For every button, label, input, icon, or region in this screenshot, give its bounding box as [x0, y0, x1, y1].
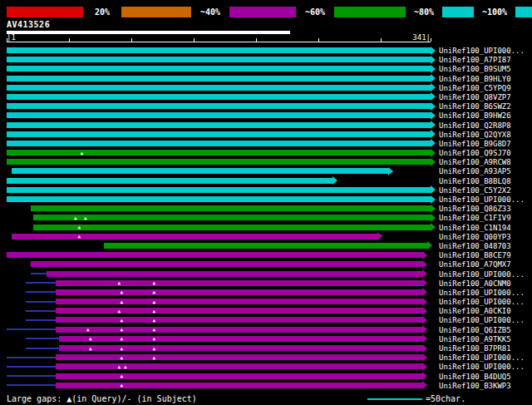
hsp-segment[interactable] — [31, 261, 422, 267]
hit-label[interactable]: UniRef100_A7PI87 — [439, 56, 511, 64]
hit-label[interactable]: UniRef100_UPI000... — [439, 195, 525, 204]
hit-label[interactable]: UniRef100_A9RCW8 — [439, 158, 511, 166]
alignment-track — [7, 250, 436, 259]
arrowhead-icon — [388, 167, 393, 175]
hit-label[interactable]: UniRef100_C5Y2X2 — [439, 186, 511, 195]
alignment-track: ▲▲ — [7, 297, 436, 306]
hit-label[interactable]: UniRef100_B8CE79 — [439, 251, 511, 259]
hsp-segment[interactable] — [7, 112, 431, 118]
hit-label[interactable]: UniRef100_Q2R8P8 — [439, 121, 511, 130]
hsp-segment[interactable] — [7, 159, 431, 165]
hit-label[interactable]: UniRef100_Q8VZP7 — [439, 93, 511, 101]
hsp-segment[interactable] — [56, 299, 422, 304]
hit-label[interactable]: UniRef100_UPI000... — [439, 363, 525, 371]
hit-label[interactable]: UniRef100_B7PR81 — [439, 344, 511, 353]
hsp-segment[interactable] — [59, 336, 422, 342]
hit-label[interactable]: UniRef100_A9TKK5 — [439, 335, 511, 343]
hsp-segment[interactable] — [12, 234, 377, 240]
hsp-segment[interactable] — [7, 85, 431, 91]
arrowhead-icon — [431, 56, 436, 64]
hit-label[interactable]: UniRef100_UPI000... — [439, 289, 525, 297]
hit-label[interactable]: UniRef100_C5YPQ9 — [439, 84, 511, 92]
hit-label[interactable]: UniRef100_A93AP5 — [439, 167, 511, 175]
arrowhead-icon — [422, 279, 427, 287]
hit-label[interactable]: UniRef100_Q00YP3 — [439, 233, 511, 241]
hit-label[interactable]: UniRef100_UPI000... — [439, 298, 525, 306]
alignment-row: UniRef100_B8BLQ8 — [0, 176, 532, 185]
hit-label[interactable]: UniRef100_UPI000... — [439, 270, 525, 279]
hit-label[interactable]: UniRef100_048703 — [439, 242, 511, 250]
ruler-tick — [431, 38, 431, 42]
hsp-segment[interactable] — [56, 363, 422, 369]
gap-marker-icon: ▲ — [84, 215, 87, 221]
hit-label[interactable]: UniRef100_C1FIV9 — [439, 214, 511, 222]
hsp-segment[interactable] — [56, 280, 422, 286]
hit-label[interactable]: UniRef100_C1N194 — [439, 224, 511, 232]
hsp-segment[interactable] — [56, 327, 422, 333]
hsp-segment[interactable] — [7, 94, 431, 100]
gap-marker-icon: ▲ — [89, 345, 92, 352]
hsp-segment[interactable] — [7, 103, 431, 109]
hsp-segment[interactable] — [56, 383, 422, 388]
hit-label[interactable]: UniRef100_B9SUM5 — [439, 65, 511, 73]
alignment-row: ▲▲UniRef100_UPI000... — [0, 297, 532, 306]
hit-label[interactable]: UniRef100_B9G8D7 — [439, 140, 511, 148]
hit-label[interactable]: UniRef100_B8BLQ8 — [439, 177, 511, 185]
hsp-segment[interactable] — [33, 225, 431, 230]
query-ruler: |1 341| — [7, 34, 431, 43]
hit-label[interactable]: UniRef100_B9HW26 — [439, 111, 511, 120]
hsp-segment[interactable] — [56, 317, 422, 323]
alignment-row: UniRef100_B8CE79 — [0, 250, 532, 259]
hit-label[interactable]: UniRef100_UPI000... — [439, 316, 525, 324]
hit-label[interactable]: UniRef100_Q6IZB5 — [439, 326, 511, 334]
hit-label[interactable]: UniRef100_B3KWP3 — [439, 382, 511, 390]
hsp-segment[interactable] — [7, 122, 431, 128]
alignment-track: ▲▲ — [7, 279, 436, 288]
alignment-row: UniRef100_C5Y2X2 — [0, 185, 532, 195]
hit-label[interactable]: UniRef100_B4DUQ5 — [439, 373, 511, 381]
arrowhead-icon — [431, 111, 436, 120]
hsp-segment[interactable] — [56, 373, 422, 379]
gap-marker-icon: ▲ — [153, 354, 156, 361]
hsp-segment[interactable] — [104, 243, 427, 249]
hit-label[interactable]: UniRef100_A0CNM0 — [439, 279, 511, 288]
arrowhead-icon — [377, 232, 382, 240]
hsp-segment[interactable] — [33, 215, 431, 220]
hit-label[interactable]: UniRef100_A7QMX7 — [439, 260, 511, 269]
hsp-segment[interactable] — [56, 354, 422, 360]
hit-label[interactable]: UniRef100_UPI000... — [439, 353, 525, 362]
hsp-segment[interactable] — [7, 76, 431, 81]
hsp-segment[interactable] — [56, 308, 422, 314]
hsp-segment[interactable] — [7, 252, 422, 258]
hsp-segment[interactable] — [7, 150, 431, 156]
cyan-key-segment — [515, 7, 532, 17]
hsp-segment[interactable] — [7, 187, 431, 193]
hsp-segment[interactable] — [7, 178, 332, 184]
alignment-overview-page: { "palette": { "red": "#dd0000", "orange… — [0, 0, 532, 405]
alignment-row: ▲▲UniRef100_UPI000... — [0, 362, 532, 371]
hsp-segment[interactable] — [56, 289, 422, 295]
hsp-segment[interactable] — [7, 141, 431, 146]
ruler-start-label: |1 — [7, 33, 16, 42]
hsp-segment[interactable] — [7, 57, 431, 62]
hit-label[interactable]: UniRef100_B9HLY0 — [439, 75, 511, 83]
alignment-track: ▲ — [7, 381, 436, 390]
hit-label[interactable]: UniRef100_UPI000... — [439, 47, 525, 55]
alignment-row: UniRef100_Q8VZP7 — [0, 92, 532, 101]
hsp-segment[interactable] — [12, 168, 388, 174]
hit-label[interactable]: UniRef100_A0CKI0 — [439, 307, 511, 315]
hsp-segment[interactable] — [47, 271, 422, 277]
hsp-segment[interactable] — [59, 345, 422, 351]
hsp-segment[interactable] — [7, 47, 431, 53]
hsp-segment[interactable] — [7, 196, 431, 202]
purple-key-segment — [229, 7, 296, 17]
alignment-track: ▲▲ — [7, 306, 436, 315]
hsp-segment[interactable] — [7, 66, 431, 72]
hit-label[interactable]: UniRef100_Q86Z33 — [439, 205, 511, 213]
hsp-segment[interactable] — [7, 131, 431, 137]
hsp-segment[interactable] — [31, 205, 431, 211]
hit-label[interactable]: UniRef100_B6SWZ2 — [439, 102, 511, 111]
hit-label[interactable]: UniRef100_Q9SJ70 — [439, 149, 511, 157]
hit-label[interactable]: UniRef100_Q2QYX8 — [439, 131, 511, 139]
gap-marker-icon: ▲ — [121, 382, 124, 388]
